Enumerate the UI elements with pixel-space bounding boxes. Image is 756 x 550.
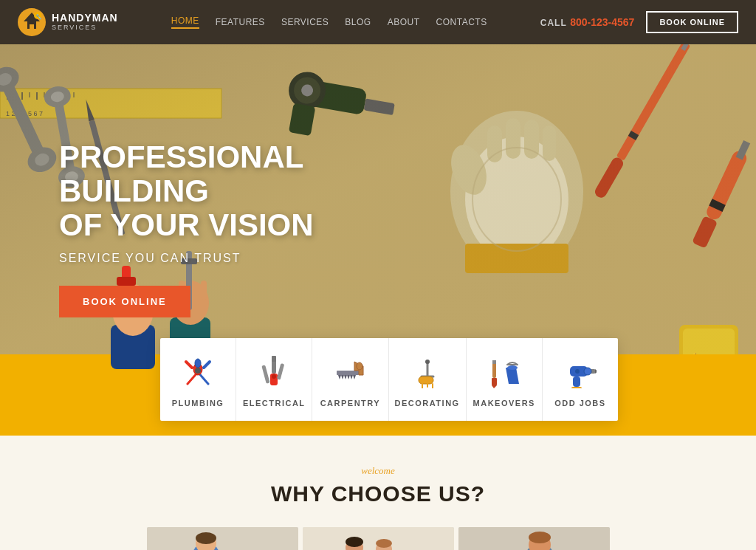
svg-marker-109 <box>595 369 597 374</box>
nav-home[interactable]: HOME <box>171 16 199 29</box>
why-card-1-image <box>147 527 298 550</box>
svg-rect-3 <box>30 24 34 29</box>
call-number[interactable]: 800-123-4567 <box>570 16 634 28</box>
plumbing-label: PLUMBING <box>172 399 224 408</box>
svg-rect-105 <box>492 378 497 385</box>
header-right: CALL 800-123-4567 BOOK ONLINE <box>540 11 738 33</box>
decorating-label: DECORATING <box>395 399 460 408</box>
svg-point-75 <box>195 359 201 368</box>
why-card-2 <box>303 527 454 550</box>
why-card-3 <box>458 527 610 550</box>
book-online-hero-button[interactable]: BOOK ONLINE <box>59 286 190 317</box>
services-card: PLUMBING <box>160 338 618 421</box>
carpentry-label: CARPENTRY <box>320 399 381 408</box>
why-title: WHY CHOOSE US? <box>15 481 741 506</box>
svg-rect-83 <box>277 363 285 380</box>
hero-content: PROFESSIONAL BUILDING OF YOUR VISION SER… <box>59 140 428 317</box>
logo-main: HANDYMAN <box>52 13 118 24</box>
svg-rect-111 <box>571 387 582 388</box>
logo-icon: 🔧 <box>18 8 46 36</box>
call-area: CALL 800-123-4567 <box>540 16 635 29</box>
hero-section: 1 2 3 4 5 6 7 <box>0 44 756 436</box>
main-nav: HOME FEATURES SERVICES BLOG ABOUT CONTAC… <box>171 16 487 29</box>
hero-subtitle: SERVICE YOU CAN TRUST <box>59 252 428 265</box>
electrical-icon <box>258 356 290 388</box>
svg-point-112 <box>584 368 591 375</box>
service-item-carpentry[interactable]: CARPENTRY <box>312 338 388 421</box>
svg-point-101 <box>425 360 430 364</box>
svg-rect-82 <box>262 365 270 383</box>
svg-rect-96 <box>419 377 433 384</box>
electrical-label: ELECTRICAL <box>243 399 306 408</box>
plumbing-icon <box>182 356 214 388</box>
service-item-decorating[interactable]: DECORATING <box>389 338 467 421</box>
hero-title-line1: PROFESSIONAL BUILDING <box>59 140 303 208</box>
why-choose-us-section: welcome WHY CHOOSE US? <box>0 436 756 550</box>
nav-contacts[interactable]: CONTACTS <box>436 17 487 27</box>
service-item-odd-jobs[interactable]: ODD JOBS <box>543 338 618 421</box>
why-card-1 <box>147 527 298 550</box>
why-card-3-image <box>458 527 610 550</box>
nav-features[interactable]: FEATURES <box>216 17 265 27</box>
svg-point-103 <box>507 365 518 370</box>
why-cards-row <box>15 527 741 550</box>
logo[interactable]: 🔧 HANDYMAN SERVICES <box>18 8 118 36</box>
nav-about[interactable]: ABOUT <box>388 17 420 27</box>
nav-services[interactable]: SERVICES <box>281 17 329 27</box>
svg-line-77 <box>186 362 192 368</box>
svg-point-93 <box>357 362 362 370</box>
logo-sub: SERVICES <box>52 24 118 32</box>
svg-marker-92 <box>353 375 356 379</box>
svg-text:🔧: 🔧 <box>35 13 42 20</box>
odd-jobs-icon <box>564 356 597 388</box>
hero-title: PROFESSIONAL BUILDING OF YOUR VISION <box>59 140 428 243</box>
svg-point-135 <box>529 532 551 543</box>
carpentry-icon <box>334 356 366 388</box>
svg-point-118 <box>196 532 216 544</box>
svg-rect-110 <box>573 377 580 387</box>
svg-rect-86 <box>337 371 359 375</box>
service-item-plumbing[interactable]: PLUMBING <box>160 338 236 421</box>
odd-jobs-label: ODD JOBS <box>554 399 605 408</box>
svg-rect-106 <box>492 360 496 364</box>
svg-marker-91 <box>350 375 353 379</box>
makeovers-label: MAKEOVERS <box>473 399 535 408</box>
svg-marker-88 <box>341 375 344 379</box>
svg-marker-89 <box>344 375 347 379</box>
svg-rect-84 <box>272 356 276 362</box>
why-card-2-image <box>303 527 454 550</box>
call-label: CALL <box>540 18 567 28</box>
service-item-electrical[interactable]: ELECTRICAL <box>236 338 312 421</box>
nav-blog[interactable]: BLOG <box>345 17 371 27</box>
svg-marker-90 <box>347 375 350 379</box>
decorating-icon <box>411 356 444 388</box>
svg-marker-87 <box>338 375 341 379</box>
svg-rect-114 <box>147 527 298 550</box>
header: 🔧 HANDYMAN SERVICES HOME FEATURES SERVIC… <box>0 0 756 44</box>
svg-point-125 <box>346 537 363 547</box>
why-welcome-label: welcome <box>15 465 741 477</box>
svg-rect-104 <box>492 362 496 378</box>
svg-point-76 <box>195 368 201 374</box>
svg-point-113 <box>575 369 580 374</box>
book-online-header-button[interactable]: BOOK ONLINE <box>646 11 738 33</box>
svg-point-128 <box>376 539 392 548</box>
makeovers-icon <box>488 356 520 388</box>
hero-title-line2: OF YOUR VISION <box>59 207 314 242</box>
svg-line-78 <box>204 362 210 368</box>
svg-point-85 <box>272 374 276 379</box>
service-item-makeovers[interactable]: MAKEOVERS <box>467 338 543 421</box>
logo-text: HANDYMAN SERVICES <box>52 13 118 31</box>
